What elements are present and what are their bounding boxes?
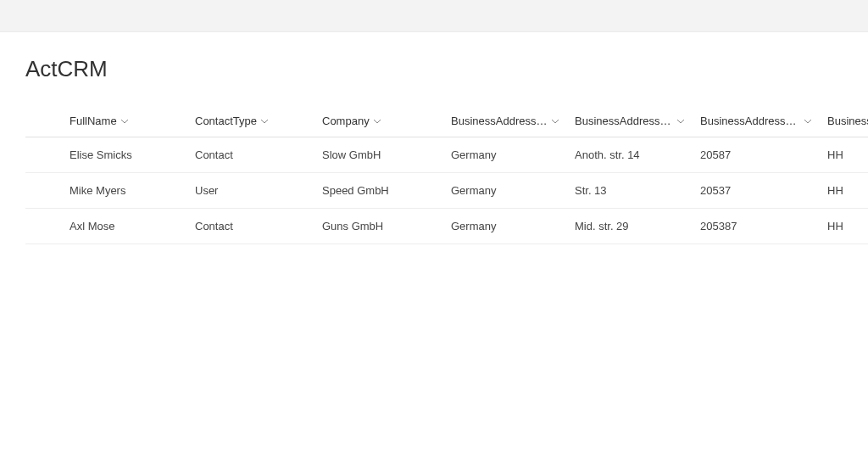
column-header-fullname[interactable]: FullName: [66, 106, 192, 137]
table-header-row: FullName ContactType: [25, 106, 868, 137]
cell-country: Germany: [448, 172, 571, 208]
cell-country: Germany: [448, 208, 571, 244]
chevron-down-icon: [676, 117, 685, 126]
chevron-down-icon: [804, 117, 812, 126]
spacer-header: [25, 106, 66, 137]
spacer-cell: [25, 137, 66, 172]
chevron-down-icon: [120, 117, 129, 126]
cell-contacttype: Contact: [192, 137, 319, 172]
cell-postal: 20587: [697, 137, 824, 172]
cell-state: HH: [824, 172, 868, 208]
cell-company: Speed GmbH: [319, 172, 448, 208]
spacer-cell: [25, 172, 66, 208]
cell-company: Guns GmbH: [319, 208, 448, 244]
chevron-down-icon: [260, 117, 269, 126]
column-label: Business: [827, 115, 868, 127]
column-header-company[interactable]: Company: [319, 106, 448, 137]
cell-fullname: Elise Smicks: [66, 137, 192, 172]
cell-fullname: Mike Myers: [66, 172, 192, 208]
column-header-state[interactable]: Business: [824, 106, 868, 137]
page-title: ActCRM: [25, 56, 868, 82]
cell-company: Slow GmbH: [319, 137, 448, 172]
column-label: ContactType: [195, 115, 257, 127]
table-row[interactable]: Mike Myers User Speed GmbH Germany Str. …: [25, 172, 868, 208]
cell-country: Germany: [448, 137, 571, 172]
spacer-cell: [25, 208, 66, 244]
cell-postal: 20537: [697, 172, 824, 208]
cell-state: HH: [824, 208, 868, 244]
column-label: BusinessAddressLin...: [575, 115, 673, 127]
chevron-down-icon: [551, 117, 559, 126]
cell-fullname: Axl Mose: [66, 208, 192, 244]
cell-postal: 205387: [697, 208, 824, 244]
column-label: FullName: [70, 115, 117, 127]
top-banner: [0, 0, 868, 32]
table-row[interactable]: Elise Smicks Contact Slow GmbH Germany A…: [25, 137, 868, 172]
chevron-down-icon: [373, 117, 381, 126]
cell-addressline: Str. 13: [571, 172, 697, 208]
cell-contacttype: Contact: [192, 208, 319, 244]
cell-addressline: Anoth. str. 14: [571, 137, 697, 172]
column-label: BusinessAddressCo...: [451, 115, 548, 127]
table-row[interactable]: Axl Mose Contact Guns GmbH Germany Mid. …: [25, 208, 868, 244]
column-header-country[interactable]: BusinessAddressCo...: [448, 106, 571, 137]
cell-addressline: Mid. str. 29: [571, 208, 697, 244]
column-label: BusinessAddressPo...: [700, 115, 800, 127]
cell-state: HH: [824, 137, 868, 172]
cell-contacttype: User: [192, 172, 319, 208]
data-grid: FullName ContactType: [25, 106, 868, 244]
column-header-postal[interactable]: BusinessAddressPo...: [697, 106, 824, 137]
column-header-contacttype[interactable]: ContactType: [192, 106, 319, 137]
column-label: Company: [322, 115, 370, 127]
column-header-addressline[interactable]: BusinessAddressLin...: [571, 106, 697, 137]
